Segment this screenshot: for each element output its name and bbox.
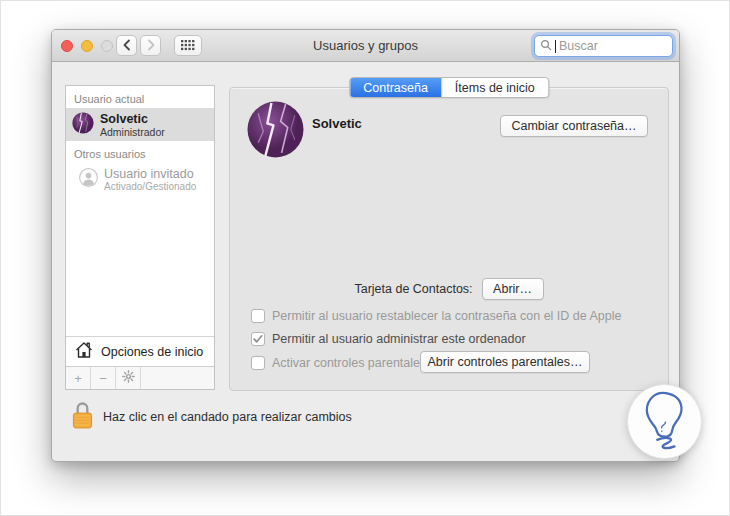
nav-buttons xyxy=(116,35,161,56)
main-user-name: Solvetic xyxy=(312,116,362,131)
search-input[interactable] xyxy=(559,39,667,53)
window-title: Usuarios y grupos xyxy=(313,30,418,62)
open-contact-card-button[interactable]: Abrir… xyxy=(482,278,544,300)
sidebar-toolbar: + − xyxy=(66,366,214,389)
login-options-row[interactable]: Opciones de inicio xyxy=(66,336,214,366)
zoom-button-disabled xyxy=(101,40,113,52)
actions-button[interactable] xyxy=(116,367,141,389)
parental-checkbox-row: Activar controles parentales xyxy=(251,355,426,370)
add-user-button[interactable]: + xyxy=(66,367,91,389)
change-password-button[interactable]: Cambiar contraseña… xyxy=(500,115,648,137)
search-field[interactable] xyxy=(534,35,673,57)
admin-checkbox[interactable] xyxy=(251,332,265,346)
guest-avatar-icon xyxy=(79,168,98,191)
parental-label: Activar controles parentales xyxy=(272,356,426,370)
show-all-button[interactable] xyxy=(174,35,202,56)
user-avatar-small xyxy=(72,112,94,138)
open-parental-controls-button[interactable]: Abrir controles parentales… xyxy=(420,351,590,373)
lock-hint-text: Haz clic en el candado para realizar cam… xyxy=(103,410,352,424)
contact-card-row: Tarjeta de Contactos: Abrir… xyxy=(230,278,668,300)
lightbulb-sketch-icon xyxy=(634,388,696,456)
section-current-user: Usuario actual xyxy=(66,86,214,108)
admin-checkbox-row: Permitir al usuario administrar este ord… xyxy=(251,331,526,346)
text-caret xyxy=(555,40,556,53)
reset-password-checkbox-row: Permitir al usuario restablecer la contr… xyxy=(251,308,622,323)
guest-user-status: Activado/Gestionado xyxy=(104,181,196,193)
minimize-button[interactable] xyxy=(81,40,93,52)
traffic-lights xyxy=(61,40,113,52)
back-button[interactable] xyxy=(116,35,137,56)
chevron-right-icon xyxy=(147,37,155,55)
user-list-sidebar: Usuario actual Solvetic Administrador Ot… xyxy=(65,85,215,390)
close-button[interactable] xyxy=(61,40,73,52)
sidebar-user-name: Solvetic xyxy=(100,112,165,126)
minus-icon: − xyxy=(99,371,107,386)
sidebar-item-solvetic[interactable]: Solvetic Administrador xyxy=(66,108,214,141)
title-bar: Usuarios y grupos xyxy=(52,30,679,62)
section-other-users: Otros usuarios xyxy=(66,141,214,163)
lock-row: Haz clic en el candado para realizar cam… xyxy=(71,400,352,434)
home-icon xyxy=(74,340,94,364)
reset-password-checkbox[interactable] xyxy=(251,309,265,323)
guest-user-name: Usuario invitado xyxy=(104,167,196,181)
plus-icon: + xyxy=(74,371,82,386)
contact-card-label: Tarjeta de Contactos: xyxy=(354,282,472,296)
sidebar-user-role: Administrador xyxy=(100,126,165,138)
login-options-label: Opciones de inicio xyxy=(101,345,203,359)
grid-icon xyxy=(181,37,195,55)
preferences-window: Usuarios y grupos Usuario actual xyxy=(51,29,680,462)
admin-label: Permitir al usuario administrar este ord… xyxy=(272,332,526,346)
lock-icon[interactable] xyxy=(71,400,94,434)
parental-checkbox[interactable] xyxy=(251,356,265,370)
search-icon xyxy=(540,37,552,55)
password-panel: Contraseña Ítems de inicio Solvetic Camb… xyxy=(229,87,669,391)
reset-password-label: Permitir al usuario restablecer la contr… xyxy=(272,309,622,323)
tab-login-items[interactable]: Ítems de inicio xyxy=(441,78,548,97)
user-avatar-large[interactable] xyxy=(247,101,304,158)
gear-icon xyxy=(122,370,135,386)
tab-password[interactable]: Contraseña xyxy=(350,78,441,97)
forward-button[interactable] xyxy=(140,35,161,56)
sidebar-item-guest[interactable]: Usuario invitado Activado/Gestionado xyxy=(66,163,214,196)
tab-bar: Contraseña Ítems de inicio xyxy=(349,77,549,98)
remove-user-button[interactable]: − xyxy=(91,367,116,389)
solvetic-watermark-badge xyxy=(627,384,702,459)
chevron-left-icon xyxy=(123,37,131,55)
